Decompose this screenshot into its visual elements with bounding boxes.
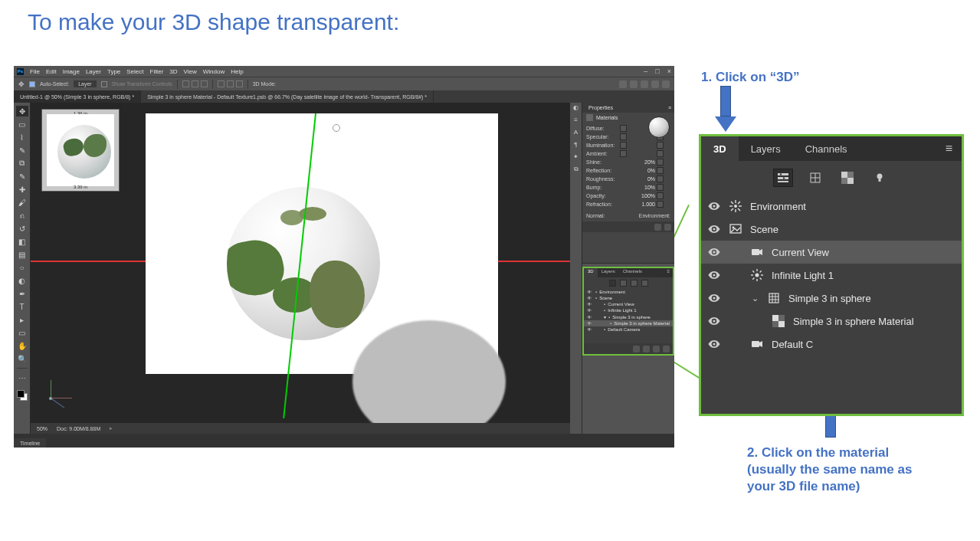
3d-mode-icon[interactable]	[662, 80, 670, 88]
layers-tab-small[interactable]: Layers	[598, 268, 619, 277]
doc-tab-2[interactable]: Simple 3 in sphere Material - Default Te…	[141, 90, 434, 103]
eraser-tool[interactable]: ◧	[16, 236, 28, 247]
tab-layers[interactable]: Layers	[739, 136, 793, 161]
crop-tool[interactable]: ⧉	[16, 158, 28, 169]
menu-image[interactable]: Image	[63, 68, 80, 75]
property-value[interactable]: 1.000	[620, 202, 657, 207]
channels-tab-small[interactable]: Channels	[619, 268, 646, 277]
property-value[interactable]: 100%	[620, 193, 657, 198]
brush-tool[interactable]: 🖌	[16, 197, 28, 208]
property-value[interactable]: 0%	[620, 168, 657, 173]
filter-light-icon[interactable]	[870, 169, 889, 186]
3d-mode-icon[interactable]	[619, 80, 627, 88]
material-preview-sphere[interactable]	[648, 116, 670, 138]
visibility-eye-icon[interactable]: 👁	[587, 308, 593, 313]
property-swatch[interactable]	[620, 142, 657, 149]
panel-menu-icon[interactable]: ≡	[936, 142, 962, 156]
lasso-tool[interactable]: ⌇	[16, 132, 28, 143]
menu-layer[interactable]: Layer	[86, 68, 101, 75]
3d-axis-gizmo[interactable]	[44, 362, 98, 408]
marquee-tool[interactable]: ▭	[16, 119, 28, 130]
property-map-icon[interactable]	[657, 159, 664, 166]
3d-small-row[interactable]: 👁▪Default Camera	[584, 326, 673, 333]
gradient-tool[interactable]: ▤	[16, 249, 28, 260]
property-map-icon[interactable]	[657, 201, 664, 208]
3d-small-row[interactable]: 👁▪Scene	[584, 295, 673, 301]
menu-help[interactable]: Help	[231, 68, 243, 75]
visibility-eye-icon[interactable]	[707, 222, 721, 236]
collapsed-panel-icon[interactable]: ¶	[572, 141, 580, 149]
collapsed-panel-icon[interactable]: ✦	[572, 153, 580, 161]
visibility-eye-icon[interactable]: 👁	[587, 327, 593, 332]
visibility-eye-icon[interactable]	[707, 314, 721, 328]
3d-small-row[interactable]: 👁▪Simple 3 in sphere Material	[584, 320, 673, 326]
menu-view[interactable]: View	[184, 68, 197, 75]
property-map-icon[interactable]	[657, 150, 664, 157]
property-value[interactable]: 0%	[620, 176, 657, 182]
panel-footer-icon[interactable]	[654, 224, 661, 231]
distribute-icon[interactable]	[236, 80, 243, 87]
menu-edit[interactable]: Edit	[46, 68, 57, 75]
healing-tool[interactable]: ✚	[16, 184, 28, 195]
3d-small-row[interactable]: 👁▪Environment	[584, 289, 673, 295]
disclosure-caret-icon[interactable]: ⌄	[750, 293, 759, 303]
filter-scene-icon[interactable]	[609, 280, 616, 287]
filter-material-icon[interactable]	[631, 280, 637, 287]
3d-item-row[interactable]: Scene	[701, 218, 962, 241]
visibility-eye-icon[interactable]: 👁	[587, 296, 593, 300]
blur-tool[interactable]: ○	[16, 262, 28, 273]
pen-tool[interactable]: ✒	[16, 288, 28, 299]
path-select-tool[interactable]: ▸	[16, 314, 28, 325]
menu-3d[interactable]: 3D	[169, 68, 177, 75]
3d-small-row[interactable]: 👁▪Infinite Light 1	[584, 307, 673, 313]
visibility-eye-icon[interactable]	[707, 337, 721, 351]
panel-footer-icon[interactable]	[643, 346, 650, 352]
visibility-eye-icon[interactable]	[707, 268, 721, 282]
visibility-eye-icon[interactable]	[707, 199, 721, 213]
collapsed-panel-icon[interactable]: ⧉	[572, 166, 580, 173]
property-map-icon[interactable]	[657, 142, 664, 149]
menu-file[interactable]: File	[30, 68, 40, 75]
canvas-area[interactable]: 1.36 in 3.39 in 50% Doc: 9.00M/8.88M	[31, 103, 582, 434]
panel-footer-icon[interactable]	[664, 224, 671, 231]
3d-item-row[interactable]: Simple 3 in sphere Material	[701, 310, 962, 333]
panel-footer-icon[interactable]	[633, 346, 640, 352]
color-swatches[interactable]	[17, 390, 28, 401]
align-icon[interactable]	[182, 80, 189, 87]
collapsed-panel-icon[interactable]: ≡	[572, 116, 580, 124]
tab-3d[interactable]: 3D	[701, 136, 739, 161]
3d-small-row[interactable]: 👁▾▪Simple 3 in sphere	[584, 313, 673, 320]
globe-3d-object[interactable]	[227, 187, 380, 340]
distribute-icon[interactable]	[227, 80, 234, 87]
auto-select-checkbox[interactable]	[29, 81, 35, 87]
3d-small-row[interactable]: 👁▪Current View	[584, 301, 673, 307]
menu-filter[interactable]: Filter	[150, 68, 164, 75]
filter-mesh-icon[interactable]	[806, 169, 824, 186]
hand-tool[interactable]: ✋	[16, 340, 28, 351]
timeline-tab[interactable]: Timeline	[14, 438, 46, 448]
panel-footer-icon[interactable]	[653, 346, 660, 352]
eyedropper-tool[interactable]: ✎	[16, 171, 28, 182]
window-close-button[interactable]: ×	[667, 67, 671, 75]
show-transform-controls-checkbox[interactable]	[101, 81, 107, 87]
panel-menu-icon[interactable]: ≡	[664, 268, 673, 277]
visibility-eye-icon[interactable]	[707, 245, 721, 259]
collapsed-panel-icon[interactable]: A	[572, 129, 580, 136]
property-swatch[interactable]	[620, 150, 657, 157]
3d-item-row[interactable]: Current View	[701, 241, 962, 264]
visibility-eye-icon[interactable]: 👁	[587, 321, 593, 326]
visibility-eye-icon[interactable]: 👁	[587, 290, 593, 294]
menu-window[interactable]: Window	[203, 68, 225, 75]
edit-toolbar[interactable]: ⋯	[16, 372, 28, 383]
align-icon[interactable]	[201, 80, 208, 87]
property-map-icon[interactable]	[657, 175, 664, 182]
light-handle[interactable]	[333, 124, 340, 132]
3d-mode-icon[interactable]	[630, 80, 637, 88]
visibility-eye-icon[interactable]: 👁	[587, 315, 593, 320]
collapsed-panel-icon[interactable]: ◐	[572, 104, 580, 112]
filter-mesh-icon[interactable]	[620, 280, 627, 287]
align-icon[interactable]	[192, 80, 198, 87]
window-maximize-button[interactable]: □	[655, 67, 659, 75]
3d-item-row[interactable]: Environment	[701, 195, 962, 218]
quick-select-tool[interactable]: ✎	[16, 145, 28, 156]
